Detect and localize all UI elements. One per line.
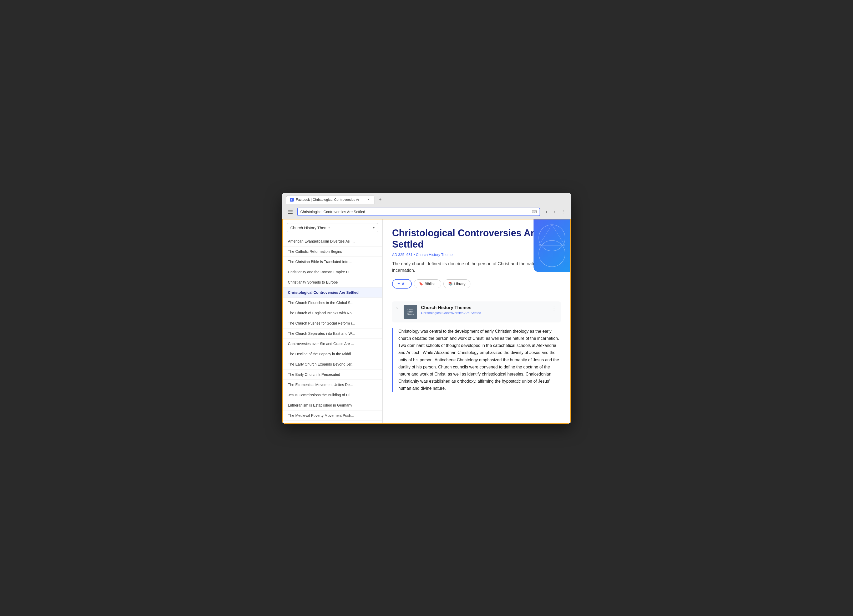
chevron-down-icon: ▾ — [373, 226, 375, 230]
active-tab[interactable]: F Factbook | Christological Controversie… — [286, 195, 375, 204]
article-title: Christological Controversies Are Settled — [392, 227, 550, 250]
address-bar[interactable]: ⌨ — [297, 207, 540, 216]
resource-menu-button[interactable]: ⋮ — [551, 305, 557, 312]
bookmark-icon: 🔖 — [419, 282, 423, 286]
sidebar: Church History Theme ▾ American Evangeli… — [283, 219, 382, 423]
list-item[interactable]: Jesus Commissions the Building of Hi... — [283, 390, 382, 400]
filter-tab-all[interactable]: ✦ All — [392, 279, 412, 289]
nav-buttons: ‹ › ⋮ — [543, 208, 567, 215]
list-item[interactable]: The Church Separates into East and W... — [283, 328, 382, 339]
list-item[interactable]: The Early Church Expands Beyond Jer... — [283, 359, 382, 369]
library-icon: 📚 — [448, 282, 452, 286]
list-item[interactable]: Lutheranism Is Established in Germany — [283, 400, 382, 410]
list-item[interactable]: The Medieval Poverty Movement Push... — [283, 410, 382, 421]
resource-title: Church History Themes — [421, 305, 548, 310]
forward-button[interactable]: › — [551, 208, 559, 215]
list-item[interactable]: The Decline of the Papacy in the Middl..… — [283, 349, 382, 359]
resource-thumbnail: Church History Themes — [404, 305, 417, 319]
article-subtitle: The early church defined its doctrine of… — [392, 260, 555, 274]
list-item[interactable]: Christianity and the Roman Empire U... — [283, 267, 382, 277]
tab-favicon: F — [290, 198, 294, 201]
list-item[interactable]: American Evangelicalism Diverges As i... — [283, 236, 382, 247]
back-button[interactable]: ‹ — [543, 208, 550, 215]
address-bar-row: ⌨ ‹ › ⋮ — [286, 206, 567, 219]
svg-point-1 — [539, 241, 565, 267]
resource-card: › Church History Themes Church History T… — [392, 301, 561, 322]
new-tab-button[interactable]: + — [376, 196, 384, 203]
list-item[interactable]: The Church of England Breaks with Ro... — [283, 308, 382, 318]
filter-tab-biblical[interactable]: 🔖 Biblical — [414, 279, 441, 288]
dropdown-label: Church History Theme — [290, 226, 330, 230]
resource-subtitle: Christological Controversies Are Settled — [421, 311, 548, 315]
list-item[interactable]: The Christian Bible Is Translated Into .… — [283, 257, 382, 267]
main-content: Church History Theme ▾ American Evangeli… — [282, 219, 571, 424]
filter-tabs: ✦ All 🔖 Biblical 📚 Library — [392, 279, 561, 289]
list-item[interactable]: Controversies over Sin and Grace Are ... — [283, 339, 382, 349]
address-input[interactable] — [300, 210, 530, 214]
filter-tab-library[interactable]: 📚 Library — [443, 279, 471, 288]
filter-tab-library-label: Library — [454, 282, 465, 286]
more-options-button[interactable]: ⋮ — [560, 208, 567, 215]
right-panel: Christological Controversies Are Settled… — [382, 219, 570, 423]
hamburger-menu-button[interactable] — [286, 207, 294, 216]
article-body-text: Christology was central to the developme… — [392, 328, 561, 392]
expand-icon[interactable]: › — [396, 305, 398, 310]
list-item-active[interactable]: Christological Controversies Are Settled — [283, 288, 382, 298]
list-item[interactable]: The Church Pushes for Social Reform i... — [283, 318, 382, 328]
tab-bar: F Factbook | Christological Controversie… — [286, 195, 567, 204]
keyboard-icon: ⌨ — [532, 210, 537, 213]
list-item[interactable]: Missionaries Mobilize to Reach the Un... — [283, 421, 382, 423]
list-item[interactable]: The Church Flourishes in the Global S... — [283, 298, 382, 308]
article-body: › Church History Themes Church History T… — [382, 295, 570, 398]
sidebar-header: Church History Theme ▾ — [283, 219, 382, 236]
tab-title: Factbook | Christological Controversies … — [296, 198, 364, 201]
star-icon: ✦ — [397, 282, 400, 286]
filter-tab-biblical-label: Biblical — [425, 282, 436, 286]
browser-chrome: F Factbook | Christological Controversie… — [282, 193, 571, 219]
list-item[interactable]: The Early Church Is Persecuted — [283, 369, 382, 380]
tab-close-button[interactable]: ✕ — [366, 198, 370, 202]
filter-tab-all-label: All — [402, 282, 407, 286]
list-item[interactable]: Christianity Spreads to Europe — [283, 277, 382, 288]
resource-info: Church History Themes Christological Con… — [421, 305, 548, 315]
header-decoration — [534, 219, 570, 272]
list-item[interactable]: The Catholic Reformation Begins — [283, 247, 382, 257]
list-item[interactable]: The Ecumenical Movement Unites De... — [283, 380, 382, 390]
svg-point-0 — [539, 225, 565, 251]
sidebar-list: American Evangelicalism Diverges As i...… — [283, 236, 382, 423]
browser-window: F Factbook | Christological Controversie… — [282, 193, 571, 424]
article-header: Christological Controversies Are Settled… — [382, 219, 570, 295]
category-dropdown[interactable]: Church History Theme ▾ — [287, 223, 378, 232]
